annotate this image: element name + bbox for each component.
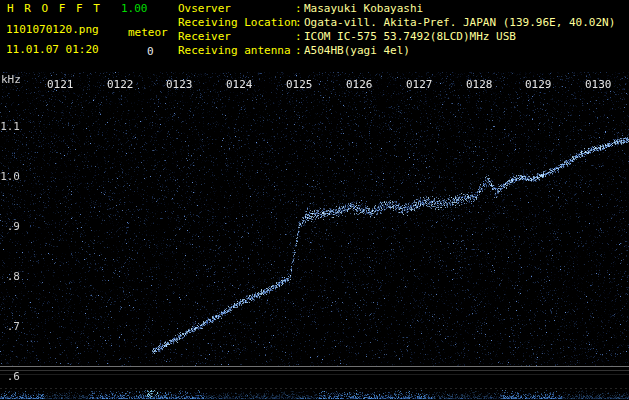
time-tick-label: 0128	[466, 79, 493, 91]
freq-tick-label: .6	[0, 371, 20, 383]
separator: :	[295, 17, 304, 31]
freq-tick-label: .7	[0, 321, 20, 333]
info-row-observer: Ovserver : Masayuki Kobayashi	[178, 3, 615, 17]
time-tick-label: 0124	[226, 79, 253, 91]
info-row-antenna: Receiving antenna : A504HB(yagi 4el)	[178, 45, 615, 59]
time-tick-label: 0126	[346, 79, 373, 91]
separator: :	[295, 45, 304, 59]
spectrogram-canvas	[0, 72, 629, 400]
meteor-counter-label: meteor	[128, 27, 168, 39]
observer-label: Ovserver	[178, 3, 295, 17]
receiver-value: ICOM IC-575 53.7492(8LCD)MHz USB	[304, 31, 516, 45]
antenna-label: Receiving antenna	[178, 45, 295, 59]
time-tick-label: 0125	[286, 79, 313, 91]
time-tick-label: 0122	[107, 79, 134, 91]
output-filename: 1101070120.png	[6, 24, 99, 36]
hrofft-screen: H R O F F T 1.00 1101070120.png meteor 1…	[0, 0, 629, 400]
observer-value: Masayuki Kobayashi	[304, 3, 423, 17]
freq-tick-label: 1.1	[0, 121, 20, 133]
meteor-count: 0	[147, 46, 154, 58]
freq-tick-label: .8	[0, 271, 20, 283]
antenna-value: A504HB(yagi 4el)	[304, 45, 410, 59]
app-title: H R O F F T	[7, 3, 102, 15]
time-tick-label: 0130	[585, 79, 612, 91]
location-label: Receiving Location	[178, 17, 295, 31]
receiver-label: Receiver	[178, 31, 295, 45]
time-tick-label: 0121	[47, 79, 74, 91]
separator: :	[295, 3, 304, 17]
info-row-receiver: Receiver : ICOM IC-575 53.7492(8LCD)MHz …	[178, 31, 615, 45]
station-info: Ovserver : Masayuki Kobayashi Receiving …	[178, 3, 615, 59]
time-tick-label: 0127	[406, 79, 433, 91]
location-value: Ogata-vill. Akita-Pref. JAPAN (139.96E, …	[304, 17, 615, 31]
separator: :	[295, 31, 304, 45]
time-tick-label: 0123	[166, 79, 193, 91]
freq-tick-label: 1.0	[0, 171, 20, 183]
info-row-location: Receiving Location : Ogata-vill. Akita-P…	[178, 17, 615, 31]
time-tick-label: 0129	[525, 79, 552, 91]
app-version: 1.00	[121, 3, 148, 15]
timestamp: 11.01.07 01:20	[6, 44, 99, 56]
freq-axis-unit: kHz	[1, 74, 21, 86]
freq-tick-label: .9	[0, 221, 20, 233]
